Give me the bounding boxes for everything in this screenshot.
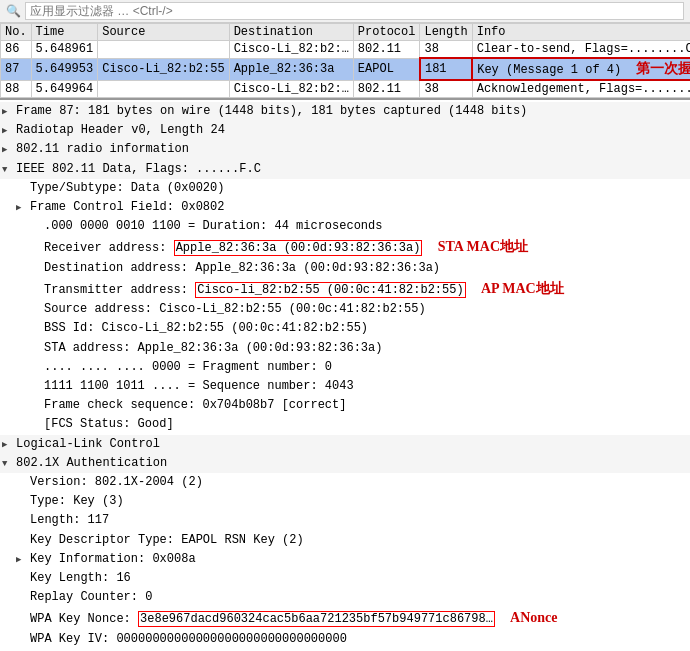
radiotap-header[interactable]: Radiotap Header v0, Length 24 bbox=[0, 121, 690, 140]
ieee-fcs-status-label: [FCS Status: Good] bbox=[44, 415, 688, 434]
col-info: Info bbox=[472, 24, 690, 41]
ieee-type-subtype: Type/Subtype: Data (0x0020) bbox=[14, 179, 690, 198]
cell-time: 5.649953 bbox=[31, 58, 98, 80]
col-no: No. bbox=[1, 24, 32, 41]
auth-wpa-nonce: WPA Key Nonce: 3e8e967dacd960324cac5b6aa… bbox=[14, 607, 690, 629]
ieee-sta-addr: STA address: Apple_82:36:3a (00:0d:93:82… bbox=[28, 339, 690, 358]
ieee-source-addr: Source address: Cisco-Li_82:b2:55 (00:0c… bbox=[28, 300, 690, 319]
cell-dest: Apple_82:36:3a bbox=[229, 58, 353, 80]
auth-key-info[interactable]: Key Information: 0x008a bbox=[14, 550, 690, 569]
col-length: Length bbox=[420, 24, 472, 41]
ieee-sequence-num-label: 1111 1100 1011 .... = Sequence number: 4… bbox=[44, 377, 688, 396]
llc-expander[interactable] bbox=[2, 435, 16, 453]
ieee80211-label: IEEE 802.11 Data, Flags: ......F.C bbox=[16, 160, 688, 179]
ieee-transmitter-addr-label: Transmitter address: Cisco-li_82:b2:55 (… bbox=[44, 278, 688, 300]
cell-length: 38 bbox=[420, 80, 472, 98]
auth-8021x-label: 802.1X Authentication bbox=[16, 454, 688, 473]
llc-label: Logical-Link Control bbox=[16, 435, 688, 454]
ieee-sta-addr-label: STA address: Apple_82:36:3a (00:0d:93:82… bbox=[44, 339, 688, 358]
auth-length-label: Length: 117 bbox=[30, 511, 688, 530]
col-protocol: Protocol bbox=[353, 24, 420, 41]
packet-list: No. Time Source Destination Protocol Len… bbox=[0, 23, 690, 98]
cell-protocol: EAPOL bbox=[353, 58, 420, 80]
auth-8021x-header[interactable]: 802.1X Authentication bbox=[0, 454, 690, 473]
cell-time: 5.648961 bbox=[31, 41, 98, 59]
annotation-anonce: ANonce bbox=[510, 610, 557, 625]
cell-source bbox=[98, 41, 229, 59]
table-row[interactable]: 86 5.648961 Cisco-Li_82:b2:… 802.11 38 C… bbox=[1, 41, 691, 59]
frame-expander[interactable] bbox=[2, 102, 16, 120]
filter-input[interactable] bbox=[25, 2, 684, 20]
cell-no: 88 bbox=[1, 80, 32, 98]
frame-control-expander[interactable] bbox=[16, 198, 30, 216]
ieee-fragment-num: .... .... .... 0000 = Fragment number: 0 bbox=[28, 358, 690, 377]
frame-control-label: Frame Control Field: 0x0802 bbox=[30, 198, 688, 217]
auth-key-desc-type-label: Key Descriptor Type: EAPOL RSN Key (2) bbox=[30, 531, 688, 550]
frame-header[interactable]: Frame 87: 181 bytes on wire (1448 bits),… bbox=[0, 102, 690, 121]
cell-source bbox=[98, 80, 229, 98]
ieee-dest-addr-label: Destination address: Apple_82:36:3a (00:… bbox=[44, 259, 688, 278]
ieee-fragment-num-label: .... .... .... 0000 = Fragment number: 0 bbox=[44, 358, 688, 377]
auth-replay-counter-label: Replay Counter: 0 bbox=[30, 588, 688, 607]
receiver-addr-highlight: Apple_82:36:3a (00:0d:93:82:36:3a) bbox=[174, 240, 423, 256]
cell-dest: Cisco-Li_82:b2:… bbox=[229, 41, 353, 59]
cell-length: 38 bbox=[420, 41, 472, 59]
ieee-fcs-label: Frame check sequence: 0x704b08b7 [correc… bbox=[44, 396, 688, 415]
filter-toolbar[interactable]: 🔍 应用显示过滤器 … <Ctrl-/> bbox=[0, 0, 690, 23]
radiotap-label: Radiotap Header v0, Length 24 bbox=[16, 121, 688, 140]
auth-key-length-label: Key Length: 16 bbox=[30, 569, 688, 588]
detail-panel: Frame 87: 181 bytes on wire (1448 bits),… bbox=[0, 98, 690, 651]
annotation-ap-mac: AP MAC地址 bbox=[481, 281, 564, 296]
auth-key-desc-type: Key Descriptor Type: EAPOL RSN Key (2) bbox=[14, 531, 690, 550]
cell-time: 5.649964 bbox=[31, 80, 98, 98]
col-source: Source bbox=[98, 24, 229, 41]
cell-no: 86 bbox=[1, 41, 32, 59]
radio-info-expander[interactable] bbox=[2, 140, 16, 158]
ieee80211-expander[interactable] bbox=[2, 160, 16, 178]
cell-info: Key (Message 1 of 4) 第一次握手 bbox=[472, 58, 690, 80]
ieee-dest-addr: Destination address: Apple_82:36:3a (00:… bbox=[28, 259, 690, 278]
auth-length: Length: 117 bbox=[14, 511, 690, 530]
ieee-source-addr-label: Source address: Cisco-Li_82:b2:55 (00:0c… bbox=[44, 300, 688, 319]
ieee-transmitter-addr: Transmitter address: Cisco-li_82:b2:55 (… bbox=[28, 278, 690, 300]
cell-info: Clear-to-send, Flags=........C bbox=[472, 41, 690, 59]
ieee-receiver-addr-label: Receiver address: Apple_82:36:3a (00:0d:… bbox=[44, 236, 688, 258]
annotation-sta-mac: STA MAC地址 bbox=[438, 239, 528, 254]
annotation-first-handshake: 第一次握手 bbox=[636, 61, 690, 76]
auth-type-label: Type: Key (3) bbox=[30, 492, 688, 511]
auth-version-label: Version: 802.1X-2004 (2) bbox=[30, 473, 688, 492]
radiotap-expander[interactable] bbox=[2, 121, 16, 139]
auth-wpa-iv: WPA Key IV: 0000000000000000000000000000… bbox=[14, 630, 690, 649]
wpa-nonce-highlight: 3e8e967dacd960324cac5b6aa721235bf57b9497… bbox=[138, 611, 495, 627]
cell-length: 181 bbox=[420, 58, 472, 80]
cell-protocol: 802.11 bbox=[353, 41, 420, 59]
auth-key-info-label: Key Information: 0x008a bbox=[30, 550, 688, 569]
cell-info: Acknowledgement, Flags=........C bbox=[472, 80, 690, 98]
llc-header[interactable]: Logical-Link Control bbox=[0, 435, 690, 454]
ieee-sequence-num: 1111 1100 1011 .... = Sequence number: 4… bbox=[28, 377, 690, 396]
col-destination: Destination bbox=[229, 24, 353, 41]
table-row[interactable]: 88 5.649964 Cisco-Li_82:b2:… 802.11 38 A… bbox=[1, 80, 691, 98]
cell-no: 87 bbox=[1, 58, 32, 80]
ieee-fcs-status: [FCS Status: Good] bbox=[28, 415, 690, 434]
ieee-duration: .000 0000 0010 1100 = Duration: 44 micro… bbox=[28, 217, 690, 236]
ieee-bssid: BSS Id: Cisco-Li_82:b2:55 (00:0c:41:82:b… bbox=[28, 319, 690, 338]
filter-icon: 🔍 bbox=[6, 4, 21, 19]
frame-label: Frame 87: 181 bytes on wire (1448 bits),… bbox=[16, 102, 688, 121]
radio-info-label: 802.11 radio information bbox=[16, 140, 688, 159]
ieee-fcs: Frame check sequence: 0x704b08b7 [correc… bbox=[28, 396, 690, 415]
auth-8021x-expander[interactable] bbox=[2, 454, 16, 472]
auth-key-info-expander[interactable] bbox=[16, 550, 30, 568]
radio-info-header[interactable]: 802.11 radio information bbox=[0, 140, 690, 159]
table-row[interactable]: 87 5.649953 Cisco-Li_82:b2:55 Apple_82:3… bbox=[1, 58, 691, 80]
auth-replay-counter: Replay Counter: 0 bbox=[14, 588, 690, 607]
auth-wpa-nonce-label: WPA Key Nonce: 3e8e967dacd960324cac5b6aa… bbox=[30, 607, 688, 629]
cell-protocol: 802.11 bbox=[353, 80, 420, 98]
auth-wpa-iv-label: WPA Key IV: 0000000000000000000000000000… bbox=[30, 630, 688, 649]
ieee-duration-label: .000 0000 0010 1100 = Duration: 44 micro… bbox=[44, 217, 688, 236]
ieee80211-header[interactable]: IEEE 802.11 Data, Flags: ......F.C bbox=[0, 160, 690, 179]
auth-type: Type: Key (3) bbox=[14, 492, 690, 511]
auth-key-length: Key Length: 16 bbox=[14, 569, 690, 588]
ieee-frame-control[interactable]: Frame Control Field: 0x0802 bbox=[14, 198, 690, 217]
cell-dest: Cisco-Li_82:b2:… bbox=[229, 80, 353, 98]
